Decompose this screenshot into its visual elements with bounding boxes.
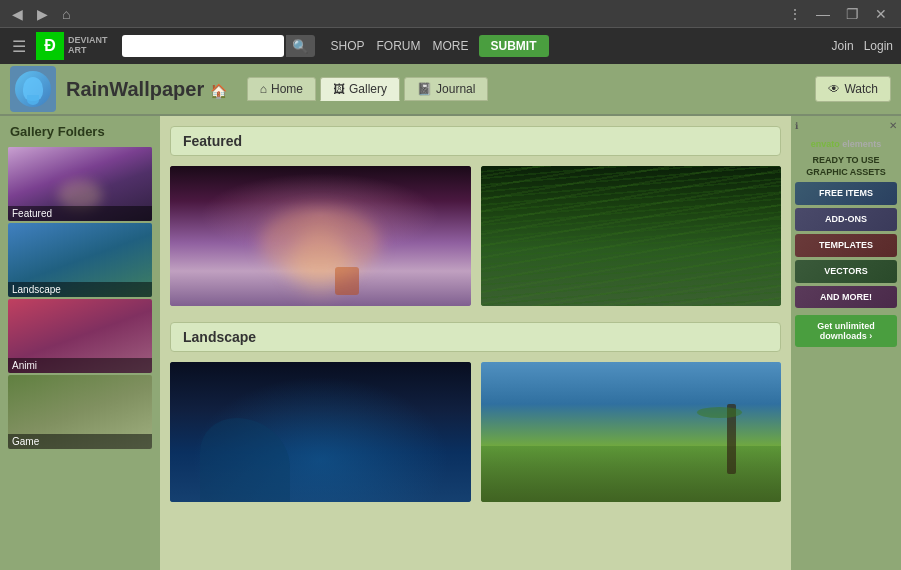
minimize-button[interactable]: — (810, 4, 836, 24)
hamburger-icon[interactable]: ☰ (8, 33, 30, 60)
sidebar-title: Gallery Folders (8, 124, 152, 139)
landscape-image-grid (170, 362, 781, 502)
home-tab-label: Home (271, 82, 303, 96)
landscape-image-underwater[interactable] (170, 362, 471, 502)
sidebar-item-animi[interactable]: Animi (8, 299, 152, 373)
tab-gallery[interactable]: 🖼 Gallery (320, 77, 400, 101)
envato-logo: envato elements (811, 139, 882, 149)
back-button[interactable]: ◀ (8, 4, 27, 24)
sidebar-item-landscape-label: Landscape (8, 282, 152, 297)
dots-menu-button[interactable]: ⋮ (784, 4, 806, 24)
journal-tab-label: Journal (436, 82, 475, 96)
landscape-section-header: Landscape (170, 322, 781, 352)
ad-templates-button[interactable]: TEMPLATES (795, 234, 897, 257)
ad-tagline: READY TO USE GRAPHIC ASSETS (795, 155, 897, 178)
watch-label: Watch (844, 82, 878, 96)
nav-links: SHOP FORUM MORE (331, 39, 469, 53)
gallery-tab-label: Gallery (349, 82, 387, 96)
more-link[interactable]: MORE (433, 39, 469, 53)
sidebar: Gallery Folders Featured Landscape Animi… (0, 116, 160, 570)
ad-close-button[interactable]: ✕ (889, 120, 897, 131)
home-icon: 🏠 (210, 83, 227, 99)
sidebar-item-featured-label: Featured (8, 206, 152, 221)
journal-tab-icon: 📓 (417, 82, 432, 96)
watch-button[interactable]: 👁 Watch (815, 76, 891, 102)
search-button[interactable]: 🔍 (286, 35, 315, 57)
landscape-image-beach[interactable] (481, 362, 782, 502)
featured-image-grass[interactable] (481, 166, 782, 306)
profile-header: RainWallpaper 🏠 ⌂ Home 🖼 Gallery 📓 Journ… (0, 64, 901, 116)
forum-link[interactable]: FORUM (377, 39, 421, 53)
ad-cta-button[interactable]: Get unlimited downloads › (795, 315, 897, 347)
home-tab-icon: ⌂ (260, 82, 267, 96)
featured-section-header: Featured (170, 126, 781, 156)
sidebar-item-featured[interactable]: Featured (8, 147, 152, 221)
search-input[interactable] (122, 35, 284, 57)
logo-text: DEVIANT ART (68, 36, 108, 56)
gallery-content: Featured Landscape (160, 116, 791, 570)
deviantart-logo: Ð DEVIANT ART (36, 32, 108, 60)
sidebar-item-game[interactable]: Game (8, 375, 152, 449)
ad-header: ℹ ✕ (795, 120, 897, 131)
featured-image-grid (170, 166, 781, 306)
main-layout: Gallery Folders Featured Landscape Animi… (0, 116, 901, 570)
join-link[interactable]: Join (832, 39, 854, 53)
tab-journal[interactable]: 📓 Journal (404, 77, 488, 101)
sidebar-item-game-label: Game (8, 434, 152, 449)
avatar (10, 66, 56, 112)
logo-box: Ð (36, 32, 64, 60)
sidebar-item-landscape[interactable]: Landscape (8, 223, 152, 297)
browser-chrome: ◀ ▶ ⌂ ⋮ — ❐ ✕ (0, 0, 901, 28)
ad-free-items-button[interactable]: FREE ITEMS (795, 182, 897, 205)
featured-image-cherry[interactable] (170, 166, 471, 306)
gallery-tab-icon: 🖼 (333, 82, 345, 96)
profile-username: RainWallpaper 🏠 (66, 78, 227, 101)
watch-icon: 👁 (828, 82, 840, 96)
ad-more-button[interactable]: AND MORE! (795, 286, 897, 309)
topbar: ☰ Ð DEVIANT ART 🔍 SHOP FORUM MORE SUBMIT… (0, 28, 901, 64)
home-button[interactable]: ⌂ (58, 4, 74, 24)
forward-button[interactable]: ▶ (33, 4, 52, 24)
ad-info-icon: ℹ (795, 121, 798, 131)
profile-tabs: ⌂ Home 🖼 Gallery 📓 Journal (247, 77, 489, 101)
ad-panel: ℹ ✕ envato elements READY TO USE GRAPHIC… (791, 116, 901, 570)
login-link[interactable]: Login (864, 39, 893, 53)
shop-link[interactable]: SHOP (331, 39, 365, 53)
auth-links: Join Login (832, 39, 893, 53)
ad-addons-button[interactable]: ADD-ONS (795, 208, 897, 231)
sidebar-item-animi-label: Animi (8, 358, 152, 373)
close-button[interactable]: ✕ (869, 4, 893, 24)
restore-button[interactable]: ❐ (840, 4, 865, 24)
ad-vectors-button[interactable]: VECTORS (795, 260, 897, 283)
submit-button[interactable]: SUBMIT (479, 35, 549, 57)
tab-home[interactable]: ⌂ Home (247, 77, 316, 101)
